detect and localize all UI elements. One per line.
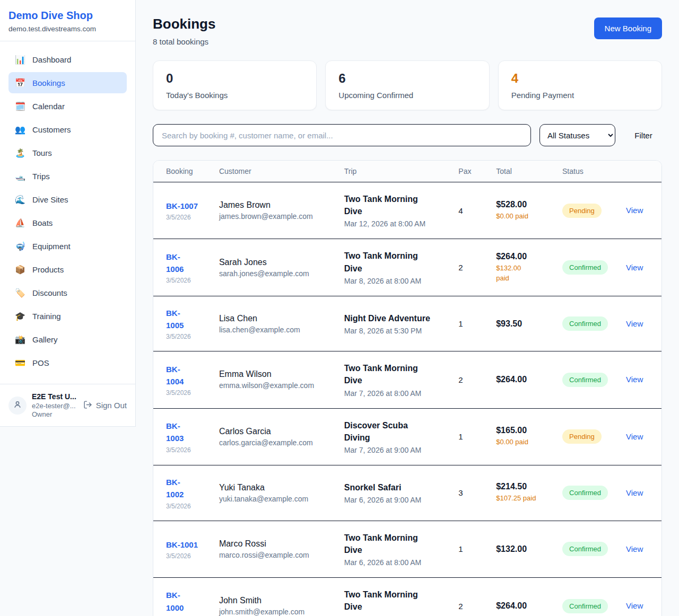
trip-name: Two Tank Morning Dive bbox=[344, 250, 446, 274]
stat-card-pending-payment: 4 Pending Payment bbox=[498, 60, 662, 110]
booking-date: 3/5/2026 bbox=[166, 552, 206, 560]
booking-number-link[interactable]: BK- 1006 bbox=[166, 251, 184, 276]
view-link[interactable]: View bbox=[626, 206, 643, 215]
booking-number-link[interactable]: BK- 1000 bbox=[166, 589, 184, 614]
paid-amount: $132.00 paid bbox=[496, 263, 550, 284]
status-filter-select[interactable]: All Statuses bbox=[539, 124, 615, 146]
credit-card-icon: 💳 bbox=[15, 358, 25, 368]
status-badge: Confirmed bbox=[562, 260, 608, 275]
booking-number-link[interactable]: BK- 1005 bbox=[166, 307, 184, 332]
sidebar-item-trips[interactable]: 🛥️ Trips bbox=[8, 165, 127, 187]
sidebar-item-training[interactable]: 🎓 Training bbox=[8, 305, 127, 327]
user-info: E2E Test U... e2e-tester@... Owner bbox=[32, 392, 78, 418]
sign-out-icon bbox=[83, 400, 92, 411]
view-link[interactable]: View bbox=[626, 319, 643, 328]
bookings-table-card: BookingCustomerTripPaxTotalStatus BK-100… bbox=[153, 160, 662, 616]
pax-count: 1 bbox=[452, 296, 490, 351]
booking-number-link[interactable]: BK-1001 bbox=[166, 539, 198, 551]
total-amount: $214.50 bbox=[496, 482, 550, 491]
sidebar-item-tours[interactable]: 🏝️ Tours bbox=[8, 142, 127, 163]
sidebar-item-label: POS bbox=[32, 358, 49, 367]
sidebar-item-dashboard[interactable]: 📊 Dashboard bbox=[8, 49, 127, 70]
sign-out-button[interactable]: Sign Out bbox=[83, 400, 127, 411]
paid-amount: $107.25 paid bbox=[496, 494, 550, 504]
customer-name: Sarah Jones bbox=[219, 258, 332, 267]
trip-name: Night Dive Adventure bbox=[344, 312, 446, 324]
booking-number-link[interactable]: BK- 1002 bbox=[166, 476, 184, 501]
sidebar-item-pos[interactable]: 💳 POS bbox=[8, 352, 127, 373]
avatar bbox=[8, 397, 27, 415]
user-role: Owner bbox=[32, 410, 78, 418]
column-header-total: Total bbox=[490, 161, 556, 182]
trip-name: Two Tank Morning Dive bbox=[344, 362, 446, 386]
shop-domain: demo.test.divestreams.com bbox=[8, 25, 127, 33]
customer-email: emma.wilson@example.com bbox=[219, 381, 332, 390]
filter-button[interactable]: Filter bbox=[625, 131, 662, 140]
trip-name: Discover Scuba Diving bbox=[344, 419, 446, 444]
stat-label: Today's Bookings bbox=[166, 91, 303, 100]
table-row: BK- 1006 3/5/2026 Sarah Jones sarah.jone… bbox=[153, 239, 661, 295]
stat-value: 6 bbox=[338, 71, 476, 86]
booking-date: 3/5/2026 bbox=[166, 389, 206, 397]
shop-name: Demo Dive Shop bbox=[8, 10, 127, 22]
total-amount: $132.00 bbox=[496, 544, 550, 554]
user-icon bbox=[13, 400, 22, 411]
island-icon: 🏝️ bbox=[15, 148, 25, 158]
table-row: BK- 1000 3/5/2026 John Smith john.smith@… bbox=[153, 577, 661, 616]
booking-date: 3/5/2026 bbox=[166, 277, 206, 284]
sidebar-item-label: Trips bbox=[32, 172, 50, 181]
column-header-customer: Customer bbox=[213, 161, 338, 182]
sidebar-item-calendar[interactable]: 🗓️ Calendar bbox=[8, 95, 127, 117]
customer-email: james.brown@example.com bbox=[219, 212, 332, 221]
sidebar-item-label: Equipment bbox=[32, 242, 71, 251]
sidebar-item-discounts[interactable]: 🏷️ Discounts bbox=[8, 282, 127, 303]
sidebar-item-products[interactable]: 📦 Products bbox=[8, 259, 127, 280]
view-link[interactable]: View bbox=[626, 375, 643, 384]
sidebar-nav: 📊 Dashboard 📅 Bookings 🗓️ Calendar 👥 Cus… bbox=[0, 41, 135, 381]
column-header-booking: Booking bbox=[153, 161, 213, 182]
sidebar-item-gallery[interactable]: 📸 Gallery bbox=[8, 329, 127, 350]
trip-datetime: Mar 6, 2026 at 9:00 AM bbox=[344, 496, 446, 504]
sidebar-item-equipment[interactable]: 🤿 Equipment bbox=[8, 235, 127, 257]
spiral-calendar-icon: 🗓️ bbox=[15, 101, 25, 111]
view-link[interactable]: View bbox=[626, 432, 643, 441]
trip-datetime: Mar 8, 2026 at 5:30 PM bbox=[344, 327, 446, 335]
sidebar-item-bookings[interactable]: 📅 Bookings bbox=[8, 72, 127, 93]
customer-name: James Brown bbox=[219, 200, 332, 210]
bar-chart-icon: 📊 bbox=[15, 55, 25, 65]
view-link[interactable]: View bbox=[626, 263, 643, 272]
booking-number-link[interactable]: BK- 1003 bbox=[166, 420, 184, 445]
wave-icon: 🌊 bbox=[15, 195, 25, 205]
status-badge: Confirmed bbox=[562, 316, 608, 331]
total-amount: $264.00 bbox=[496, 252, 550, 261]
pax-count: 2 bbox=[452, 351, 490, 408]
sidebar-item-customers[interactable]: 👥 Customers bbox=[8, 119, 127, 140]
pax-count: 1 bbox=[452, 408, 490, 465]
user-name: E2E Test U... bbox=[32, 392, 78, 401]
pax-count: 1 bbox=[452, 521, 490, 577]
sidebar-item-label: Calendar bbox=[32, 102, 65, 111]
page-title: Bookings bbox=[153, 16, 215, 32]
booking-number-link[interactable]: BK- 1004 bbox=[166, 363, 184, 388]
view-link[interactable]: View bbox=[626, 544, 643, 553]
status-badge: Confirmed bbox=[562, 486, 608, 500]
total-amount: $264.00 bbox=[496, 601, 550, 611]
sidebar-item-dive-sites[interactable]: 🌊 Dive Sites bbox=[8, 189, 127, 210]
search-input[interactable] bbox=[153, 124, 531, 146]
sidebar-item-boats[interactable]: ⛵ Boats bbox=[8, 212, 127, 233]
booking-number-link[interactable]: BK-1007 bbox=[166, 200, 198, 212]
pax-count: 3 bbox=[452, 465, 490, 521]
view-link[interactable]: View bbox=[626, 601, 643, 610]
table-row: BK- 1003 3/5/2026 Carlos Garcia carlos.g… bbox=[153, 408, 661, 465]
trip-datetime: Mar 6, 2026 at 8:00 AM bbox=[344, 558, 446, 567]
trip-name: Two Tank Morning Dive bbox=[344, 588, 446, 613]
booking-date: 3/5/2026 bbox=[166, 446, 206, 454]
user-email: e2e-tester@... bbox=[32, 402, 78, 410]
sidebar-item-label: Products bbox=[32, 265, 64, 274]
view-link[interactable]: View bbox=[626, 488, 643, 497]
new-booking-button[interactable]: New Booking bbox=[594, 17, 662, 39]
filter-row: All Statuses Filter bbox=[153, 124, 662, 146]
pax-count: 2 bbox=[452, 239, 490, 295]
stat-value: 4 bbox=[511, 71, 649, 86]
user-section: E2E Test U... e2e-tester@... Owner Sign … bbox=[0, 384, 135, 426]
